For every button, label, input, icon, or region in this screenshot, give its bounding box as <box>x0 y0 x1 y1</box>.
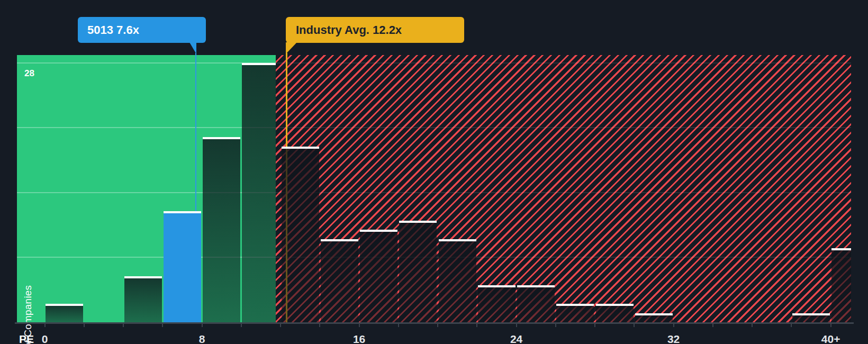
x-tick-40 <box>830 323 831 327</box>
x-tick-24 <box>516 323 517 327</box>
bar-bin-24-26-count-4[interactable] <box>517 285 555 322</box>
bar-bin-20-22-count-9[interactable] <box>439 239 476 323</box>
x-tick-4 <box>123 323 124 327</box>
bar-bin-28-30-count-2[interactable] <box>596 304 634 322</box>
x-tick-8 <box>202 323 203 327</box>
x-tick-label-32: 32 <box>667 333 680 344</box>
bar-bin-22-24-count-4[interactable] <box>478 285 516 322</box>
x-tick-6 <box>162 323 163 327</box>
bar-bin-16-18-count-10[interactable] <box>360 230 397 322</box>
x-tick-12 <box>280 323 281 327</box>
x-tick-10 <box>241 323 242 327</box>
y-axis-title: No. of Companies <box>22 214 34 344</box>
bar-bin-26-28-count-2[interactable] <box>556 304 594 322</box>
industry-tooltip-pointer <box>286 42 297 54</box>
industry-avg-tooltip-label: Industry Avg. 12.2x <box>296 23 402 37</box>
x-axis-title: PE <box>19 333 34 344</box>
x-tick-28 <box>594 323 595 327</box>
company-pe-tooltip-label: 5013 7.6x <box>87 23 139 37</box>
bar-bin-18-20-count-11[interactable] <box>399 221 437 323</box>
company-pe-tooltip: 5013 7.6x <box>78 17 206 43</box>
bar-bin-38-40-count-1[interactable] <box>792 313 830 323</box>
x-tick-20 <box>437 323 438 327</box>
x-tick-16 <box>359 323 360 327</box>
x-tick-36 <box>752 323 753 327</box>
pe-histogram-chart: 28 No. of Companies 5013 7.6x Industry A… <box>0 0 868 344</box>
bar-bin-10-12-count-28[interactable] <box>242 63 276 322</box>
company-tooltip-pointer <box>189 42 196 54</box>
bar-bin-14-16-count-9[interactable] <box>321 239 358 323</box>
gridline-28 <box>276 62 851 64</box>
bar-bin-40+-count-8[interactable] <box>831 248 851 322</box>
bar-bin-0-2-count-2[interactable] <box>46 304 83 322</box>
x-tick-label-24: 24 <box>510 333 522 344</box>
x-tick-label-16: 16 <box>353 333 365 344</box>
bar-bin-8-10-count-20[interactable] <box>203 137 240 322</box>
x-tick-34 <box>712 323 713 327</box>
gridline-28 <box>17 62 276 64</box>
bar-bin-4-6-count-5[interactable] <box>124 276 162 323</box>
x-tick-38 <box>791 323 792 327</box>
bar-bin-30-32-count-1[interactable] <box>635 313 673 323</box>
x-tick-0 <box>44 323 46 327</box>
x-tick-2 <box>84 323 85 327</box>
gridline-21 <box>276 127 851 128</box>
x-tick-26 <box>555 323 556 327</box>
x-tick-30 <box>634 323 635 327</box>
bar-bin-6-8-count-12[interactable] <box>164 211 201 322</box>
x-tick-32 <box>673 323 674 327</box>
x-tick-label-40+: 40+ <box>821 333 840 344</box>
x-axis-line <box>15 322 854 324</box>
x-tick-14 <box>319 323 320 327</box>
y-max-value-label: 28 <box>24 68 34 79</box>
gridline-14 <box>276 192 851 193</box>
x-tick-22 <box>476 323 477 327</box>
x-tick-18 <box>398 323 399 327</box>
plot-area: 28 No. of Companies <box>17 55 851 322</box>
gridline-21 <box>17 127 276 128</box>
industry-avg-tooltip: Industry Avg. 12.2x <box>286 17 464 43</box>
bar-bin-12-14-count-19[interactable] <box>282 147 319 323</box>
x-tick-label-0: 0 <box>42 333 48 344</box>
x-tick-label-8: 8 <box>199 333 205 344</box>
